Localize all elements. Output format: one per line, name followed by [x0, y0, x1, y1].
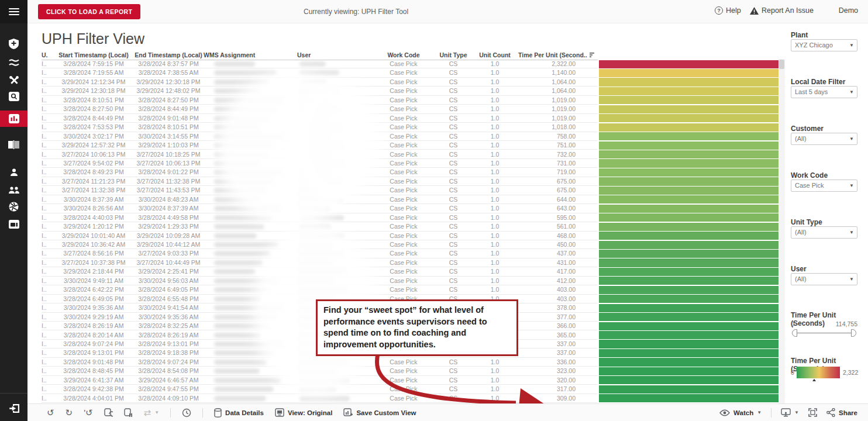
- tpu-range-slider[interactable]: [792, 329, 856, 337]
- heat-cell[interactable]: [599, 385, 779, 394]
- timer-button[interactable]: [182, 408, 191, 417]
- heat-cell[interactable]: [599, 105, 779, 113]
- table-row[interactable]: I..3/28/2024 8:44:49 PM3/28/2024 9:01:48…: [27, 114, 785, 123]
- table-row[interactable]: I..3/28/2024 7:19:55 AM3/28/2024 7:38:55…: [27, 68, 785, 77]
- plant-dropdown[interactable]: XYZ Chicago▼: [791, 39, 857, 51]
- load-report-button[interactable]: CLICK TO LOAD A REPORT: [38, 4, 140, 19]
- table-row[interactable]: I..3/28/2024 7:53:53 PM3/28/2024 8:10:51…: [27, 123, 785, 132]
- local-date-dropdown[interactable]: Last 5 days▼: [791, 86, 857, 98]
- table-row[interactable]: I..3/28/2024 9:01:48 PM3/28/2024 9:07:24…: [27, 358, 785, 367]
- heat-cell[interactable]: [599, 123, 779, 132]
- table-row[interactable]: I..3/28/2024 8:10:51 PM3/28/2024 8:27:50…: [27, 96, 785, 105]
- table-row[interactable]: I..3/27/2024 11:32:38 PM3/27/2024 11:43:…: [27, 186, 785, 195]
- table-row[interactable]: I..3/30/2024 3:02:17 PM3/30/2024 3:14:55…: [27, 132, 785, 141]
- heat-cell[interactable]: [599, 87, 779, 95]
- heat-cell[interactable]: [599, 187, 779, 195]
- demo-button[interactable]: Demo: [839, 6, 858, 15]
- undo-button[interactable]: ↺: [47, 408, 54, 417]
- heat-cell[interactable]: [599, 159, 779, 167]
- table-row[interactable]: I..3/27/2024 8:56:16 PM3/27/2024 9:03:33…: [27, 249, 785, 258]
- table-row[interactable]: I..3/29/2024 12:57:32 PM3/29/2024 1:10:0…: [27, 141, 785, 150]
- legend-marker[interactable]: [812, 379, 816, 381]
- fullscreen-button[interactable]: [808, 408, 817, 417]
- heat-cell[interactable]: [599, 60, 779, 68]
- heat-cell[interactable]: [599, 132, 779, 140]
- heat-cell[interactable]: [599, 367, 779, 375]
- redo-button[interactable]: ↻: [66, 408, 73, 417]
- sidebar-item-search[interactable]: [0, 88, 27, 105]
- work-code-dropdown[interactable]: Case Pick▼: [791, 180, 857, 192]
- table-row[interactable]: I..3/29/2024 12:30:18 PM3/29/2024 12:48:…: [27, 87, 785, 95]
- heat-cell[interactable]: [599, 168, 779, 177]
- heat-cell[interactable]: [599, 331, 779, 339]
- table-row[interactable]: I..3/27/2024 11:21:23 PM3/27/2024 11:32:…: [27, 177, 785, 186]
- view-original-button[interactable]: View: Original: [275, 408, 332, 417]
- sidebar-item-tools[interactable]: [0, 73, 27, 89]
- heat-cell[interactable]: [599, 114, 779, 122]
- column-header[interactable]: U.: [42, 51, 57, 59]
- column-header[interactable]: Time Per Unit (Second..: [518, 51, 588, 59]
- slider-handle-min[interactable]: [792, 329, 797, 337]
- heat-cell[interactable]: [599, 232, 779, 240]
- report-issue-button[interactable]: Report An Issue: [750, 6, 814, 15]
- table-row[interactable]: I..3/28/2024 4:40:03 PM3/28/2024 4:49:58…: [27, 213, 785, 222]
- sidebar-item-book[interactable]: [0, 136, 27, 153]
- heat-cell[interactable]: [599, 340, 779, 348]
- table-row[interactable]: I..3/30/2024 8:37:39 AM3/30/2024 8:48:23…: [27, 195, 785, 204]
- table-row[interactable]: I..3/28/2024 7:59:15 PM3/28/2024 8:37:57…: [27, 60, 785, 68]
- table-row[interactable]: I..3/29/2024 10:01:40 AM3/29/2024 10:09:…: [27, 232, 785, 240]
- help-button[interactable]: ? Help: [715, 6, 741, 15]
- scrollbar-thumb[interactable]: [779, 60, 784, 69]
- sort-descending-icon[interactable]: [590, 53, 595, 58]
- column-header[interactable]: Start Timestamp (Local): [56, 51, 131, 59]
- sidebar-item-shield[interactable]: [0, 36, 27, 52]
- heat-cell[interactable]: [599, 241, 779, 249]
- table-row[interactable]: I..3/29/2024 6:41:37 AM3/29/2024 6:46:57…: [27, 376, 785, 385]
- heat-cell[interactable]: [599, 349, 779, 357]
- table-row[interactable]: I..3/28/2024 4:04:01 PM3/28/2024 4:09:10…: [27, 394, 785, 403]
- heat-cell[interactable]: [599, 322, 779, 330]
- column-header[interactable]: Work Code: [376, 51, 432, 59]
- heat-cell[interactable]: [599, 142, 779, 150]
- column-header[interactable]: WMS Assignment: [204, 51, 292, 59]
- heat-cell[interactable]: [599, 258, 779, 267]
- sidebar-item-reports-active[interactable]: [0, 111, 27, 127]
- revert-button[interactable]: '↺: [84, 408, 92, 417]
- column-header[interactable]: Unit Type: [435, 51, 471, 59]
- unit-type-dropdown[interactable]: (All)▼: [791, 226, 857, 239]
- heat-cell[interactable]: [599, 213, 779, 222]
- heat-cell[interactable]: [599, 69, 779, 77]
- heat-cell[interactable]: [599, 223, 779, 231]
- table-row[interactable]: I..3/30/2024 9:49:11 AM3/30/2024 9:56:03…: [27, 277, 785, 285]
- table-row[interactable]: I..3/28/2024 8:48:45 PM3/28/2024 8:54:08…: [27, 367, 785, 375]
- column-header[interactable]: User: [297, 51, 373, 59]
- sidebar-item-waves[interactable]: [0, 54, 27, 71]
- save-custom-view-button[interactable]: Save Custom View: [343, 408, 416, 417]
- sidebar-item-media[interactable]: [0, 216, 27, 232]
- heat-cell[interactable]: [599, 376, 779, 384]
- heat-cell[interactable]: [599, 150, 779, 158]
- run-flow-button[interactable]: ⇄▼: [144, 408, 160, 417]
- share-button[interactable]: Share: [826, 408, 857, 417]
- sidebar-item-shutter[interactable]: [0, 198, 27, 215]
- table-row[interactable]: I..3/27/2024 10:37:38 PM3/27/2024 10:44:…: [27, 258, 785, 267]
- heat-cell[interactable]: [599, 250, 779, 258]
- heat-cell[interactable]: [599, 96, 779, 104]
- pause-updates-button[interactable]: [124, 408, 133, 417]
- table-row[interactable]: I..3/28/2024 9:42:38 PM3/28/2024 9:47:55…: [27, 385, 785, 394]
- table-row[interactable]: I..3/30/2024 8:26:56 AM3/30/2024 8:37:39…: [27, 204, 785, 213]
- slider-handle-max[interactable]: [851, 329, 856, 337]
- heat-cell[interactable]: [599, 304, 779, 312]
- slider-track[interactable]: [794, 332, 854, 334]
- watch-button[interactable]: Watch ▼: [719, 409, 762, 416]
- customer-dropdown[interactable]: (All)▼: [791, 133, 857, 145]
- heat-cell[interactable]: [599, 268, 779, 276]
- heat-cell[interactable]: [599, 394, 779, 402]
- cast-button[interactable]: ▼: [781, 408, 799, 417]
- table-row[interactable]: I..3/29/2024 10:36:42 AM3/29/2024 10:44:…: [27, 240, 785, 249]
- heat-cell[interactable]: [599, 195, 779, 203]
- refresh-data-button[interactable]: [104, 408, 113, 417]
- table-scrollbar[interactable]: [779, 59, 785, 403]
- sidebar-item-person[interactable]: [0, 164, 27, 181]
- table-row[interactable]: I..3/29/2024 12:12:34 PM3/29/2024 12:30:…: [27, 78, 785, 87]
